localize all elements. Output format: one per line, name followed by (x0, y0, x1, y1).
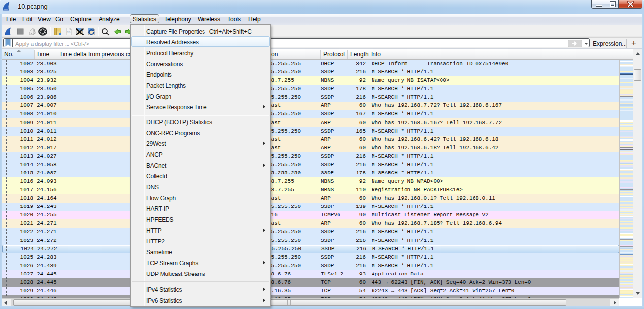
svg-text:010: 010 (67, 31, 71, 34)
